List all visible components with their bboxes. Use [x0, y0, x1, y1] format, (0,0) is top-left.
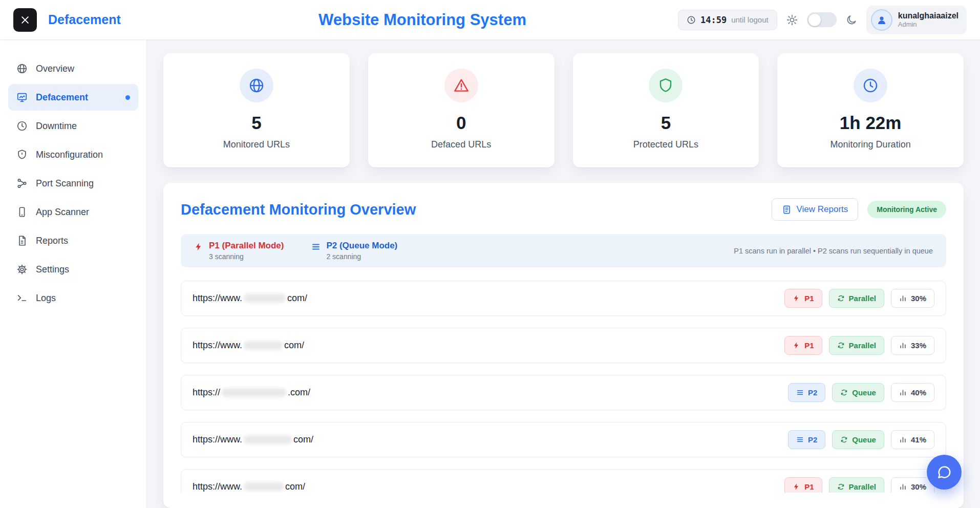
chat-icon: [936, 464, 952, 480]
sidebar-item-label: Defacement: [36, 92, 88, 103]
page-title: Website Monitoring System: [167, 11, 678, 29]
view-reports-button[interactable]: View Reports: [772, 198, 859, 221]
stat-label: Monitored URLs: [223, 139, 290, 150]
progress-badge: 33%: [891, 336, 934, 355]
sidebar-item-label: Reports: [36, 236, 68, 246]
sidebar-item-label: Overview: [36, 64, 74, 74]
stat-label: Monitoring Duration: [830, 139, 911, 150]
chat-button[interactable]: [927, 455, 962, 490]
url-text: https://www.com/: [193, 340, 304, 351]
active-indicator-dot: [125, 95, 130, 100]
stat-card-monitored-urls: 5 Monitored URLs: [163, 53, 350, 167]
sidebar-item-port-scanning[interactable]: Port Scanning: [8, 170, 138, 197]
report-file-icon: [16, 235, 28, 246]
report-file-icon: [782, 205, 792, 215]
warning-triangle-icon: [444, 69, 478, 102]
sun-icon: [786, 14, 798, 26]
mode-label: Parallel: [849, 341, 876, 350]
sidebar-item-defacement[interactable]: Defacement: [8, 84, 138, 111]
monitored-url-list: https://www.com/ P1 Parallel 30% https:/…: [181, 281, 946, 493]
priority-badge: P2: [788, 430, 825, 449]
header-right: 14:59 until logout kunalghaiaaizel Admin: [678, 6, 967, 34]
priority-badge: P2: [788, 383, 825, 402]
priority-badge: P1: [784, 336, 822, 355]
sidebar-item-settings[interactable]: Settings: [8, 256, 138, 283]
sidebar-item-app-scanner[interactable]: App Scanner: [8, 199, 138, 225]
progress-label: 40%: [911, 388, 926, 397]
mode-label: Queue: [852, 388, 876, 397]
progress-label: 33%: [911, 341, 926, 350]
mode-label: Parallel: [849, 482, 876, 491]
clock-icon: [16, 120, 28, 132]
stat-value: 5: [251, 113, 261, 133]
url-suffix: com/: [285, 481, 305, 492]
view-reports-label: View Reports: [797, 204, 848, 215]
sync-icon: [840, 436, 848, 443]
stat-value: 0: [456, 113, 466, 133]
url-prefix: https://www.: [193, 481, 242, 492]
priority-badge: P1: [784, 289, 822, 308]
p1-mode-label: P1 (Parallel Mode): [209, 241, 284, 251]
avatar: [871, 9, 892, 31]
bar-chart-icon: [899, 436, 907, 443]
progress-badge: 30%: [891, 289, 934, 308]
sidebar-item-reports[interactable]: Reports: [8, 227, 138, 254]
sidebar-item-misconfiguration[interactable]: Misconfiguration: [8, 141, 138, 168]
mode-badge: Queue: [832, 430, 884, 449]
sidebar-item-label: Downtime: [36, 121, 77, 132]
url-prefix: https://www.: [193, 293, 242, 304]
top-bar: Defacement Website Monitoring System 14:…: [0, 0, 980, 40]
redacted-url-segment: [244, 294, 286, 303]
row-badges: P2 Queue 41%: [788, 430, 934, 449]
progress-label: 30%: [911, 482, 926, 491]
sidebar-item-overview[interactable]: Overview: [8, 55, 138, 82]
stat-label: Protected URLs: [633, 139, 698, 150]
sidebar-item-label: Settings: [36, 264, 69, 275]
stat-value: 5: [661, 113, 671, 133]
p1-mode-group: P1 (Parallel Mode) 3 scanning: [194, 241, 284, 261]
redacted-url-segment: [222, 388, 286, 397]
main-content: 5 Monitored URLs 0 Defaced URLs 5 Protec…: [147, 40, 980, 508]
user-meta: kunalghaiaaizel Admin: [898, 11, 958, 29]
stat-card-protected-urls: 5 Protected URLs: [573, 53, 759, 167]
progress-badge: 41%: [891, 430, 934, 449]
moon-icon: [846, 14, 857, 26]
priority-label: P1: [804, 482, 814, 491]
mode-label: Parallel: [849, 294, 876, 303]
url-suffix: com/: [284, 340, 304, 351]
sync-icon: [840, 389, 848, 396]
queue-list-icon: [796, 436, 804, 443]
redacted-url-segment: [244, 341, 283, 350]
globe-icon: [16, 63, 28, 74]
progress-label: 30%: [911, 294, 926, 303]
priority-badge: P1: [784, 477, 822, 493]
progress-label: 41%: [911, 435, 926, 444]
stat-label: Defaced URLs: [431, 139, 491, 150]
globe-icon: [240, 69, 273, 102]
toggle-knob: [808, 14, 821, 26]
session-timer: 14:59 until logout: [678, 10, 777, 30]
url-prefix: https://: [193, 387, 220, 398]
close-button[interactable]: [13, 8, 37, 32]
sidebar-item-downtime[interactable]: Downtime: [8, 113, 138, 139]
url-text: https://www.com/: [193, 434, 313, 445]
p2-mode-label: P2 (Queue Mode): [326, 241, 397, 251]
user-menu[interactable]: kunalghaiaaizel Admin: [866, 6, 967, 34]
priority-label: P1: [804, 341, 814, 350]
defacement-monitor-icon: [16, 92, 28, 103]
row-badges: P2 Queue 40%: [788, 383, 934, 402]
url-suffix: com/: [293, 434, 313, 445]
mode-note: P1 scans run in parallel • P2 scans run …: [734, 247, 933, 255]
mode-badge: Parallel: [829, 289, 884, 308]
row-badges: P1 Parallel 33%: [784, 336, 934, 355]
header-left: Defacement: [13, 8, 167, 32]
mode-badge: Parallel: [829, 336, 884, 355]
queue-list-icon: [796, 389, 804, 396]
url-row: https://www.com/ P1 Parallel 30%: [181, 281, 946, 316]
sidebar-item-logs[interactable]: Logs: [8, 285, 138, 311]
stat-value: 1h 22m: [840, 113, 902, 133]
theme-toggle[interactable]: [807, 12, 837, 27]
session-time: 14:59: [700, 15, 727, 25]
user-role: Admin: [898, 20, 958, 29]
stat-card-monitoring-duration: 1h 22m Monitoring Duration: [777, 53, 964, 167]
